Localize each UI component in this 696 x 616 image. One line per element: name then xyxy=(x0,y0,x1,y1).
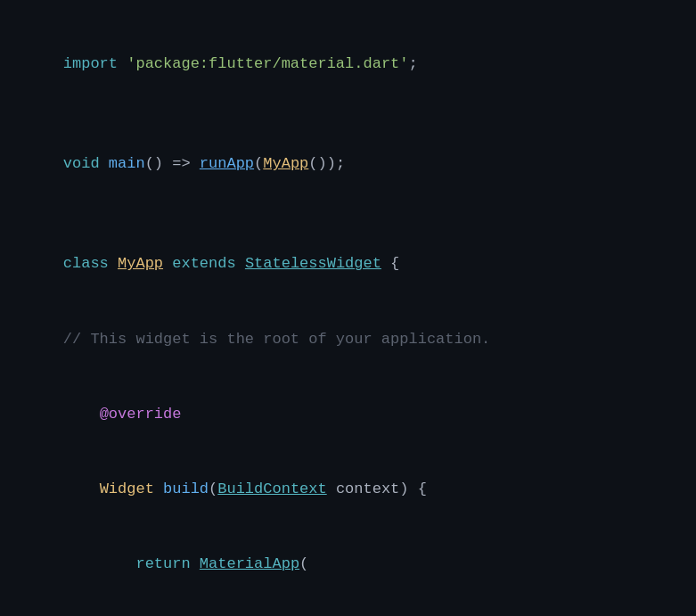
code-line-5: @override xyxy=(27,377,669,452)
code-line-1: import 'package:flutter/material.dart'; xyxy=(27,27,669,102)
code-line-7: return MaterialApp( xyxy=(27,527,669,602)
code-line-6: Widget build(BuildContext context) { xyxy=(27,452,669,527)
code-line-3: class MyApp extends StatelessWidget { xyxy=(27,226,669,301)
code-line-2: void main() => runApp(MyApp()); xyxy=(27,127,669,201)
blank-line-1 xyxy=(27,102,669,127)
code-editor: import 'package:flutter/material.dart'; … xyxy=(0,0,696,616)
blank-line-2 xyxy=(27,201,669,226)
code-line-8: title: 'Flutter App Title', xyxy=(27,602,669,616)
code-line-4: // This widget is the root of your appli… xyxy=(27,302,669,377)
